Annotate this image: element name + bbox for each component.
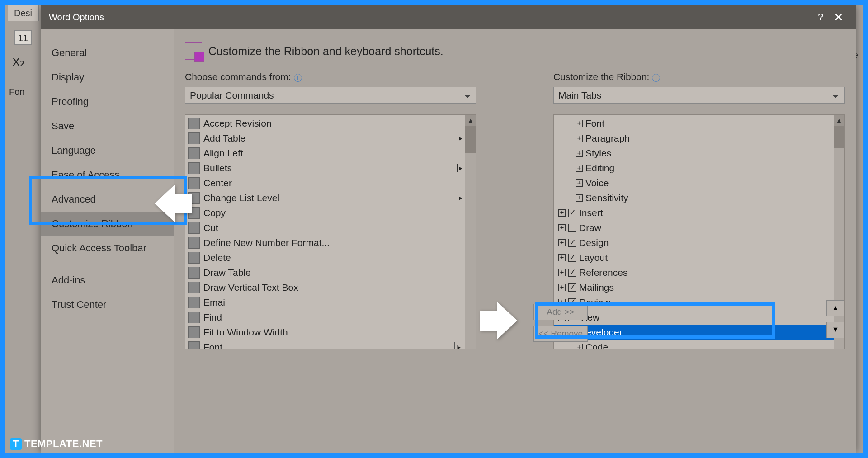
subscript-button[interactable]: X₂ [12, 55, 24, 69]
command-item[interactable]: Add Table▸ [185, 131, 465, 146]
command-icon [188, 341, 200, 349]
tree-checkbox[interactable] [568, 254, 576, 262]
commands-scrollbar[interactable]: ▲ [465, 115, 476, 349]
command-item[interactable]: FontI▸ [185, 340, 465, 349]
commands-column: Choose commands from:i Popular Commands … [185, 71, 476, 349]
tree-expander-icon[interactable]: + [558, 239, 566, 246]
tree-checkbox[interactable] [568, 283, 576, 292]
sidenav-item-customize-ribbon[interactable]: Customize Ribbon [41, 212, 174, 236]
ribbon-tabs-dropdown[interactable]: Main Tabs [553, 87, 845, 104]
tree-item-mailings[interactable]: +Mailings [554, 280, 834, 295]
tree-label: Draw [579, 222, 601, 233]
command-item[interactable]: Accept Revision [185, 116, 465, 131]
command-item[interactable]: Copy [185, 205, 465, 220]
command-item[interactable]: Find [185, 310, 465, 325]
command-item[interactable]: Bullets⎮▸ [185, 161, 465, 175]
ribbon-column: Customize the Ribbon:i Main Tabs +Font+P… [553, 71, 845, 349]
sidenav-item-advanced[interactable]: Advanced [41, 187, 174, 212]
tree-checkbox[interactable] [568, 209, 576, 217]
sidenav-item-language[interactable]: Language [41, 138, 174, 163]
tree-expander-icon[interactable]: + [558, 284, 566, 291]
tree-item-font[interactable]: +Font [554, 116, 834, 131]
tree-item-design[interactable]: +Design [554, 235, 834, 250]
command-item[interactable]: Align Left [185, 146, 465, 161]
command-item[interactable]: Draw Table [185, 265, 465, 280]
command-icon [188, 282, 200, 293]
command-item[interactable]: Change List Level▸ [185, 190, 465, 205]
tree-item-styles[interactable]: +Styles [554, 146, 834, 161]
command-item[interactable]: Center [185, 175, 465, 190]
font-group-label: Fon [9, 87, 24, 97]
scroll-thumb[interactable] [834, 126, 844, 148]
tree-expander-icon[interactable]: + [576, 150, 583, 157]
info-icon[interactable]: i [652, 74, 660, 82]
sidenav-item-ease-of-access[interactable]: Ease of Access [41, 163, 174, 187]
remove-button[interactable]: << Remove [533, 326, 588, 342]
command-item[interactable]: Email [185, 295, 465, 310]
info-icon[interactable]: i [294, 74, 302, 82]
tree-item-voice[interactable]: +Voice [554, 175, 834, 190]
ribbon-tab-design[interactable]: Desi [8, 5, 39, 21]
tree-item-paragraph[interactable]: +Paragraph [554, 131, 834, 146]
command-item[interactable]: Fit to Window Width [185, 325, 465, 340]
font-size-field[interactable]: 11 [14, 30, 32, 45]
scroll-thumb[interactable] [465, 126, 476, 153]
tree-item-layout[interactable]: +Layout [554, 250, 834, 265]
tree-expander-icon[interactable]: + [558, 209, 566, 217]
command-item[interactable]: Draw Vertical Text Box [185, 280, 465, 295]
command-label: Add Table [203, 133, 245, 144]
tree-item-draw[interactable]: +Draw [554, 220, 834, 235]
tree-item-code[interactable]: +Code [554, 340, 834, 349]
command-icon [188, 297, 200, 308]
command-label: Bullets [203, 163, 232, 174]
tree-expander-icon[interactable]: + [576, 194, 583, 202]
help-button[interactable]: ? [811, 11, 830, 23]
sidenav-item-save[interactable]: Save [41, 114, 174, 138]
tree-expander-icon[interactable]: + [576, 120, 583, 127]
command-label: Change List Level [203, 193, 279, 203]
tree-item-developer[interactable]: -Developer [554, 325, 834, 340]
commands-listbox[interactable]: Accept RevisionAdd Table▸Align LeftBulle… [185, 114, 476, 349]
choose-commands-dropdown[interactable]: Popular Commands [185, 87, 476, 104]
command-item[interactable]: Delete [185, 250, 465, 265]
command-label: Delete [203, 252, 231, 263]
move-down-button[interactable]: ▼ [826, 322, 844, 338]
tree-checkbox[interactable] [568, 239, 576, 247]
tree-expander-icon[interactable]: + [558, 269, 566, 276]
submenu-arrow-icon: ⎮▸ [455, 164, 462, 172]
command-icon [188, 237, 200, 249]
options-content: Customize the Ribbon and keyboard shortc… [174, 29, 856, 453]
ribbon-tree[interactable]: +Font+Paragraph+Styles+Editing+Voice+Sen… [553, 114, 845, 349]
sidenav-item-trust-center[interactable]: Trust Center [41, 293, 174, 317]
sidenav-item-display[interactable]: Display [41, 65, 174, 90]
tree-item-review[interactable]: +Review [554, 295, 834, 310]
tree-expander-icon[interactable]: + [558, 254, 566, 261]
command-item[interactable]: Define New Number Format... [185, 235, 465, 250]
tree-label: Editing [585, 163, 614, 174]
tree-expander-icon[interactable]: + [576, 179, 583, 187]
sidenav-item-quick-access-toolbar[interactable]: Quick Access Toolbar [41, 236, 174, 260]
tree-checkbox[interactable] [568, 269, 576, 277]
sidenav-item-proofing[interactable]: Proofing [41, 90, 174, 114]
scroll-up-icon[interactable]: ▲ [465, 115, 476, 126]
submenu-arrow-icon: ▸ [459, 194, 462, 202]
tree-item-references[interactable]: +References [554, 265, 834, 280]
sidenav-item-general[interactable]: General [41, 41, 174, 65]
tree-label: Sensitivity [585, 193, 628, 203]
scroll-up-icon[interactable]: ▲ [834, 115, 844, 126]
tree-expander-icon[interactable]: + [576, 135, 583, 142]
tree-item-view[interactable]: +View [554, 310, 834, 325]
tree-item-sensitivity[interactable]: +Sensitivity [554, 190, 834, 205]
tree-expander-icon[interactable]: + [576, 165, 583, 172]
tree-item-insert[interactable]: +Insert [554, 205, 834, 220]
sidenav-item-add-ins[interactable]: Add-ins [41, 268, 174, 293]
close-button[interactable]: ✕ [830, 10, 848, 24]
command-item[interactable]: Cut [185, 220, 465, 235]
add-button[interactable]: Add >> [533, 304, 588, 320]
command-icon [188, 162, 200, 174]
annotation-arrow-right-icon [497, 302, 517, 340]
move-up-button[interactable]: ▲ [826, 300, 844, 316]
tree-item-editing[interactable]: +Editing [554, 161, 834, 175]
tree-expander-icon[interactable]: + [558, 224, 566, 231]
tree-checkbox[interactable] [568, 224, 576, 232]
